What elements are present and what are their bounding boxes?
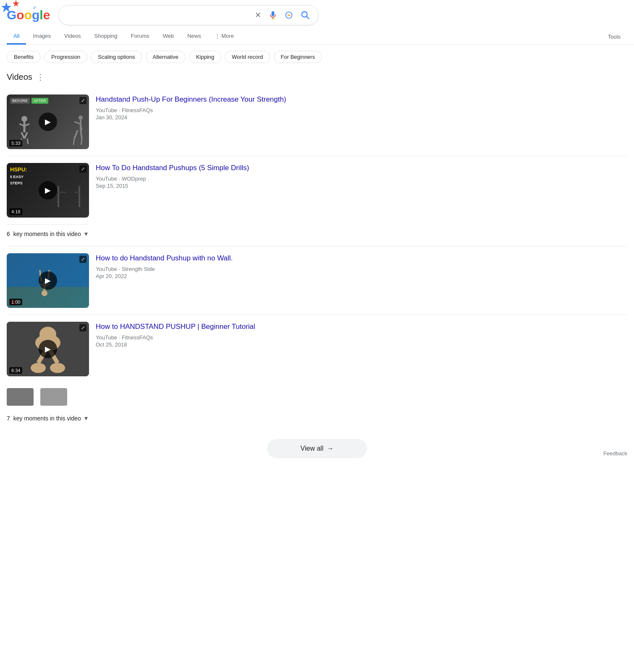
video-item-2-main: HSPU:5 EASYSTEPS ▶ 4:18 ⤢ <box>7 163 249 218</box>
moment-thumb-small-4b[interactable] <box>40 388 67 406</box>
chevron-down-icon-2: ▾ <box>84 230 88 238</box>
svg-line-7 <box>307 16 309 19</box>
expand-icon-2[interactable]: ⤢ <box>79 165 86 173</box>
google-logo[interactable]: Goog ✓ le <box>7 8 50 22</box>
search-bar: handstand pushups ✕ <box>58 5 319 25</box>
video-item-4: ▶ 6:34 ⤢ How to HANDSTAND PUSHUP | Begin… <box>7 315 627 430</box>
view-all-section: View all → Feedback <box>7 430 627 467</box>
handstand-figure-right <box>66 116 83 149</box>
svg-line-21 <box>81 130 82 139</box>
video-item-4-main: ▶ 6:34 ⤢ How to HANDSTAND PUSHUP | Begin… <box>7 322 255 376</box>
key-moments-4[interactable]: 7 key moments in this video ▾ <box>7 414 88 424</box>
section-title: Videos <box>7 72 32 82</box>
video-title-2[interactable]: How To Do Handstand Pushups (5 Simple Dr… <box>96 164 249 172</box>
video-item-3: ▶ 1:00 ⤢ How to do Handstand Pushup with… <box>7 246 627 315</box>
clear-button[interactable]: ✕ <box>253 9 263 21</box>
tab-web[interactable]: Web <box>156 29 181 45</box>
chip-scaling-options[interactable]: Scaling options <box>91 51 142 63</box>
svg-rect-24 <box>58 186 59 207</box>
tab-forums[interactable]: Forums <box>124 29 156 45</box>
video-title-3[interactable]: How to do Handstand Pushup with no Wall. <box>96 254 233 262</box>
view-all-label: View all <box>301 445 324 452</box>
tab-more[interactable]: ⋮ More <box>208 29 241 45</box>
search-icons: ✕ <box>253 9 312 21</box>
chip-world-record[interactable]: World record <box>225 51 270 63</box>
svg-rect-25 <box>79 186 80 207</box>
expand-icon-1[interactable]: ⤢ <box>79 97 86 104</box>
key-moments-2[interactable]: 6 key moments in this video ▾ <box>7 224 88 239</box>
video-thumb-3[interactable]: ▶ 1:00 ⤢ <box>7 253 89 308</box>
video-date-2: Sep 15, 2015 <box>96 183 249 189</box>
tools-button[interactable]: Tools <box>601 29 627 44</box>
video-source-1: YouTube · FitnessFAQs <box>96 107 627 113</box>
gym-background <box>55 182 85 215</box>
filter-chips: Benefits Progression Scaling options Alt… <box>0 45 634 69</box>
svg-point-16 <box>79 116 83 120</box>
expand-icon-4[interactable]: ⤢ <box>79 324 86 331</box>
svg-point-5 <box>288 14 290 16</box>
play-button-4[interactable]: ▶ <box>39 340 57 358</box>
video-info-2: How To Do Handstand Pushups (5 Simple Dr… <box>96 163 249 189</box>
chip-alternative[interactable]: Alternative <box>146 51 186 63</box>
video-date-4: Oct 25, 2018 <box>96 341 255 348</box>
key-moments-count-2: 6 <box>7 231 10 237</box>
video-title-4[interactable]: How to HANDSTAND PUSHUP | Beginner Tutor… <box>96 323 255 331</box>
view-all-button[interactable]: View all → <box>267 439 367 458</box>
tab-all[interactable]: All <box>7 29 26 45</box>
video-thumb-1[interactable]: BEFORE AFTER <box>7 94 89 149</box>
chip-for-beginners[interactable]: For Beginners <box>274 51 322 63</box>
search-button[interactable] <box>299 9 312 21</box>
feedback-link[interactable]: Feedback <box>603 450 627 457</box>
microphone-button[interactable] <box>267 9 279 21</box>
tab-videos[interactable]: Videos <box>58 29 88 45</box>
search-input[interactable]: handstand pushups <box>65 11 249 19</box>
video-info-1: Handstand Push-Up For Beginners (Increas… <box>96 94 627 121</box>
section-header: Videos ⋮ <box>7 69 627 82</box>
lens-button[interactable] <box>283 9 295 21</box>
svg-point-39 <box>31 363 46 373</box>
expand-icon-3[interactable]: ⤢ <box>79 256 86 263</box>
video-thumb-2[interactable]: HSPU:5 EASYSTEPS ▶ 4:18 ⤢ <box>7 163 89 218</box>
moment-thumb-small-4[interactable] <box>7 388 34 406</box>
video-duration-2: 4:18 <box>9 208 22 215</box>
svg-line-22 <box>73 139 74 145</box>
badge-after: AFTER <box>31 98 48 104</box>
video-source-3: YouTube · Strength Side <box>96 266 627 272</box>
video-item-2: HSPU:5 EASYSTEPS ▶ 4:18 ⤢ <box>7 156 627 246</box>
chip-benefits[interactable]: Benefits <box>7 51 41 63</box>
svg-line-20 <box>74 130 78 139</box>
chip-kipping[interactable]: Kipping <box>189 51 221 63</box>
tab-images[interactable]: Images <box>26 29 58 45</box>
svg-line-13 <box>24 132 27 139</box>
video-title-1[interactable]: Handstand Push-Up For Beginners (Increas… <box>96 95 286 103</box>
section-menu-icon[interactable]: ⋮ <box>37 73 44 82</box>
key-moments-label-4: key moments in this video <box>13 415 81 422</box>
svg-line-15 <box>27 139 28 144</box>
svg-line-23 <box>81 139 82 145</box>
video-thumb-4[interactable]: ▶ 6:34 ⤢ <box>7 322 89 376</box>
video-date-1: Jan 30, 2024 <box>96 114 627 121</box>
video-item-1: BEFORE AFTER <box>7 88 627 156</box>
moments-strip-4 <box>7 383 67 407</box>
svg-point-8 <box>21 116 27 122</box>
play-button-3[interactable]: ▶ <box>39 271 57 290</box>
video-duration-3: 1:00 <box>9 299 22 305</box>
video-info-4: How to HANDSTAND PUSHUP | Beginner Tutor… <box>96 322 255 348</box>
key-moments-count-4: 7 <box>7 415 10 422</box>
video-date-3: Apr 20, 2022 <box>96 273 627 279</box>
video-list: BEFORE AFTER <box>7 88 627 430</box>
play-button-2[interactable]: ▶ <box>39 181 57 200</box>
play-button-1[interactable]: ▶ <box>39 113 57 131</box>
video-duration-4: 6:34 <box>9 367 22 374</box>
key-moments-label-2: key moments in this video <box>13 231 81 237</box>
svg-point-30 <box>42 290 47 296</box>
svg-point-40 <box>50 363 65 373</box>
video-source-2: YouTube · WODprep <box>96 176 249 182</box>
tab-news[interactable]: News <box>181 29 208 45</box>
lens-icon <box>285 11 293 19</box>
videos-section: Videos ⋮ BEFORE AFTER <box>7 69 627 467</box>
tab-shopping[interactable]: Shopping <box>88 29 124 45</box>
thumb-2-label: HSPU:5 EASYSTEPS <box>10 166 27 186</box>
video-source-4: YouTube · FitnessFAQs <box>96 334 255 341</box>
chip-progression[interactable]: Progression <box>44 51 87 63</box>
